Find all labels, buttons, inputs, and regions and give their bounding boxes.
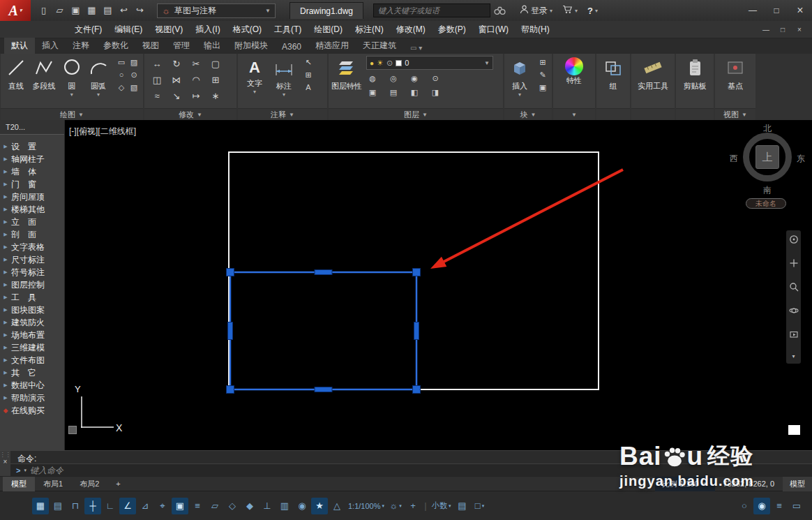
object-snap-tracking[interactable]: ⌖ [154,498,171,514]
rotate-tool[interactable]: ↻ [167,56,186,72]
workspace-selector[interactable]: ☼ 草图与注释 ▼ [157,3,276,18]
region-tool[interactable]: ◇ [115,81,128,94]
app-menu-button[interactable]: A ▾ [0,0,31,21]
array-tool[interactable]: ⊞ [206,72,225,88]
ribbon-minimize-button[interactable]: ▭ ▾ [407,42,425,54]
selected-rectangle[interactable] [227,269,421,394]
drawing-canvas[interactable]: [-][俯视][二维线框] [65,120,812,450]
modify-panel-label[interactable]: 修改▼ [144,108,236,120]
point-tool[interactable]: ⊙ [128,68,140,81]
sign-in-button[interactable]: 登录 ▾ [520,5,552,17]
mirror-tool[interactable]: ⋈ [167,72,186,88]
sidebar-item-dimension[interactable]: ▶ 尺寸标注 [0,253,64,266]
doc-restore-button[interactable]: □ [776,26,790,34]
block-panel-label[interactable]: 块▼ [504,108,552,120]
block-attribute-tool[interactable]: ▣ [536,81,549,94]
viewcube-west[interactable]: 西 [730,153,738,165]
model-space-toggle[interactable]: 模型 [783,477,812,491]
polyline-tool[interactable]: 多段线 [30,56,58,90]
edit-block-tool[interactable]: ✎ [536,68,549,81]
move-tool[interactable]: ↔ [147,56,167,72]
polar-tracking[interactable]: ∠ [119,498,136,514]
midpoint-grip[interactable] [414,322,419,340]
fillet-tool[interactable]: ◠ [186,72,206,88]
ribbon-tab-view[interactable]: 视图 [135,38,166,54]
pan-icon[interactable] [789,258,799,271]
autoscale[interactable]: △ [329,498,345,514]
sidebar-item-other[interactable]: ▶ 其 它 [0,366,64,379]
text-tool[interactable]: A 文字 ▾ [241,56,269,95]
model-tab[interactable]: 模型 [3,477,35,491]
maximize-button[interactable]: □ [765,0,788,21]
sidebar-item-axis-grid[interactable]: ▶ 轴网柱子 [0,153,64,165]
sidebar-item-symbol[interactable]: ▶ 符号标注 [0,266,64,278]
new-layout-tab[interactable]: + [107,477,128,491]
workspace-switching[interactable]: ☼ ▾ [387,498,404,514]
utilities-button[interactable]: 实用工具 [634,56,672,90]
trim-tool[interactable]: ✂ [186,56,206,72]
dynamic-input[interactable]: ┼ [84,498,101,514]
menu-format[interactable]: 格式(O) [227,21,268,38]
menu-modify[interactable]: 修改(M) [390,21,432,38]
scale-selector[interactable]: 比例 1:100 ▼ [655,477,715,491]
group-button[interactable]: 组 [599,56,627,90]
layer-color-swatch[interactable] [396,60,402,66]
menu-edit[interactable]: 编辑(E) [108,21,149,38]
explode-tool[interactable]: ∗ [206,88,225,104]
line-tool[interactable]: 直线 [3,56,29,90]
doc-close-button[interactable]: × [792,26,806,34]
menu-view[interactable]: 视图(V) [149,21,189,38]
object-snap[interactable]: ▣ [172,498,188,514]
isolate-objects[interactable]: ○ [736,498,753,514]
basepoint-button[interactable]: 基点 [721,56,749,90]
layer-off-tool[interactable]: ◍ [366,72,379,84]
ribbon-tab-manage[interactable]: 管理 [166,38,197,54]
sidebar-item-data-center[interactable]: ▶ 数据中心 [0,379,64,392]
properties-panel-expander[interactable]: ▼ [553,108,595,120]
sidebar-title[interactable]: T20... [0,120,64,135]
grid-display[interactable]: ▦ [32,498,49,514]
object-snap-3d[interactable]: ◆ [241,498,258,514]
erase-tool[interactable]: ▢ [206,56,225,72]
layout1-tab[interactable]: 布局1 [35,477,71,491]
sidebar-item-block-pattern[interactable]: ▶ 图块图案 [0,304,64,316]
menu-parametric[interactable]: 参数(P) [432,21,472,38]
sidebar-item-online-purchase[interactable]: ◆ 在线购买 [0,404,64,417]
layer-previous-tool[interactable]: ▤ [387,86,400,98]
menu-insert[interactable]: 插入(I) [189,21,226,38]
close-icon[interactable]: × [3,458,8,466]
hatch-tool[interactable]: ▨ [128,56,140,68]
full-navigation-wheel-icon[interactable] [789,235,799,247]
chevron-down-icon[interactable]: ▾ [24,468,27,473]
drag-handle-icon[interactable]: ⋮⋮ [0,452,11,457]
scale-tool[interactable]: ↘ [167,88,186,104]
selection-filtering[interactable]: ▥ [276,498,293,514]
ribbon-tab-addins[interactable]: 附加模块 [227,38,275,54]
clipboard-button[interactable]: 剪贴板 [681,56,709,90]
menu-dimension[interactable]: 标注(N) [349,21,390,38]
annotation-monitor[interactable]: + [405,498,421,514]
layer-lock-icon[interactable]: ⊙ [386,59,393,68]
leader-tool[interactable]: ↖ [302,56,315,68]
ribbon-tab-insert[interactable]: 插入 [35,38,66,54]
layer-thaw-icon[interactable]: ☀ [377,59,384,68]
undo-button[interactable]: ↩ [116,3,131,18]
corner-grip[interactable] [413,269,421,276]
circle-tool[interactable]: 圆 ▾ [59,56,84,98]
quick-properties[interactable]: ▤ [454,498,471,514]
menu-draw[interactable]: 绘图(D) [308,21,349,38]
menu-help[interactable]: 帮助(H) [515,21,556,38]
isometric-drafting[interactable]: ⊿ [137,498,153,514]
annotation-visibility[interactable]: ★ [311,498,328,514]
text-style-tool[interactable]: A [302,81,315,94]
arc-tool[interactable]: 圆弧 ▾ [86,56,111,98]
search-icon[interactable] [494,6,506,15]
chevron-down-icon[interactable]: ▾ [792,353,795,359]
midpoint-grip[interactable] [315,387,332,392]
corner-grip[interactable] [413,386,421,394]
annotation-scale[interactable]: 1:1/100% ▾ [346,498,386,514]
table-tool[interactable]: ⊞ [302,68,315,81]
redo-button[interactable]: ↪ [133,3,147,18]
layer-merge-tool[interactable]: ◨ [429,86,442,98]
ellipse-tool[interactable]: ○ [115,68,128,81]
